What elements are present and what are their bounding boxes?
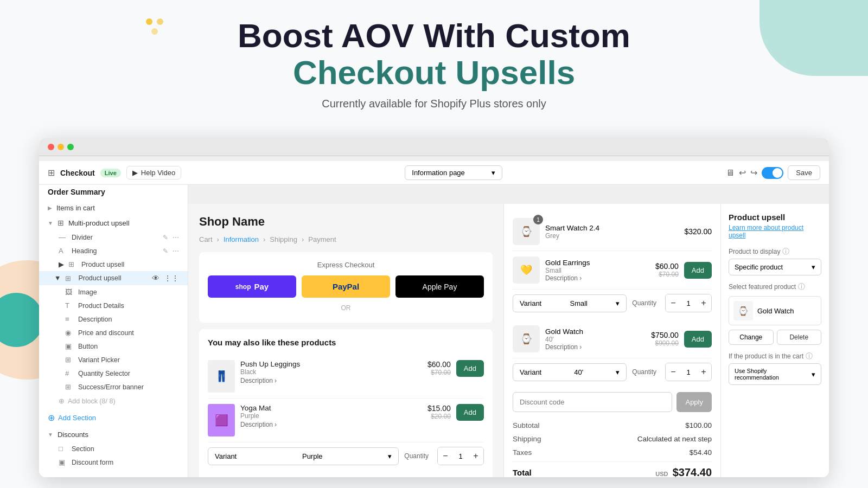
sidebar-sub-divider[interactable]: — Divider ✎ ⋯ (39, 230, 188, 244)
help-video-button[interactable]: ▶ Help Video (126, 166, 181, 179)
learn-more-link[interactable]: Learn more about product upsell (729, 224, 821, 239)
description-icon: ≡ (65, 315, 74, 323)
sidebar-item-discounts[interactable]: ▼ Discounts (39, 427, 188, 442)
page-header: Boost AOV With Custom Checkout Upsells C… (0, 0, 868, 123)
add-button-leggings[interactable]: Add (456, 360, 484, 377)
product-img-leggings: 👖 (208, 360, 235, 393)
order-item-img-smartwatch: ⌚ 1 (513, 218, 540, 245)
delete-featured-button[interactable]: Delete (777, 330, 822, 345)
shoppay-button[interactable]: shop Pay (208, 275, 296, 298)
qty-minus-yoga[interactable]: − (438, 447, 453, 465)
applepay-button[interactable]: Apple Pay (395, 275, 484, 298)
sidebar-sub-product-upsell-parent[interactable]: ▶ ⊞ Product upsell (39, 258, 188, 271)
order-item-price-smartwatch: $320.00 (684, 227, 712, 236)
multi-product-icon: ⊞ (58, 219, 64, 227)
sidebar-block-button[interactable]: ▣ Button (39, 339, 188, 353)
order-add-goldwatch[interactable]: Add (684, 331, 712, 348)
express-checkout-title: Express Checkout (208, 261, 484, 269)
live-badge: Live (100, 169, 121, 177)
sidebar-item-multi-product[interactable]: ▼ ⊞ Multi-product upsell (39, 215, 188, 230)
change-featured-button[interactable]: Change (729, 330, 774, 345)
desc-toggle-leggings[interactable]: Description › (240, 377, 402, 384)
header-line2: Checkout Upsells (0, 54, 868, 91)
breadcrumb-sep3: › (302, 235, 304, 243)
sidebar-sub-section[interactable]: □ Section (39, 442, 188, 455)
shop-name: Shop Name (199, 215, 493, 229)
sidebar-sub-product-upsell-active[interactable]: ▼ ⊞ Product upsell 👁 ⋮⋮ (39, 271, 188, 285)
earrings-desc-toggle[interactable]: Description › (545, 274, 650, 282)
sidebar-sub-discount-form[interactable]: ▣ Discount form (39, 455, 188, 469)
browser-window: ⊞ Checkout Live ▶ Help Video Information… (39, 138, 829, 477)
paypal-label: PayPal (333, 282, 359, 291)
discounts-expand-icon: ▼ (48, 432, 53, 438)
toolbar-center: Information page ▾ (188, 165, 719, 180)
if-in-cart-label: If the product is in the cart ⓘ (729, 351, 821, 361)
add-section-button[interactable]: ⊕ Add Section (39, 408, 188, 427)
product-upsell-parent-icon: ⊞ (68, 260, 77, 268)
goldwatch-desc-toggle[interactable]: Description › (545, 343, 646, 351)
order-item-info-smartwatch: Smart Watch 2.4 Grey (545, 224, 679, 240)
product-info-yoga: Yoga Mat Purple Description › (240, 404, 402, 428)
featured-product-actions: Change Delete (729, 330, 821, 345)
toggle-switch[interactable] (762, 167, 783, 179)
plus-icon-block: ⊕ (59, 397, 65, 405)
paypal-button[interactable]: PayPal (302, 275, 390, 298)
order-qty-plus-earrings[interactable]: + (696, 294, 711, 312)
upsell-section: You may also like these products 👖 Push … (199, 329, 493, 477)
featured-product-name: Gold Watch (757, 307, 816, 315)
featured-product-preview: ⌚ Gold Watch (729, 296, 821, 325)
qty-label-yoga: Quantity (404, 452, 429, 460)
shipping-row: Shipping Calculated at next step (513, 432, 712, 446)
order-totals: Subtotal $100.00 Shipping Calculated at … (513, 419, 712, 477)
sidebar-block-price[interactable]: ◉ Price and discount (39, 326, 188, 339)
select-chevron-icon: ▾ (812, 263, 815, 271)
breadcrumb-cart[interactable]: Cart (199, 235, 213, 243)
undo-icon[interactable]: ↩ (739, 168, 746, 178)
taxes-row: Taxes $54.40 (513, 446, 712, 459)
subtotal-row: Subtotal $100.00 (513, 419, 712, 432)
sidebar-item-items-in-cart[interactable]: ▶ Items in cart (39, 201, 188, 215)
apply-discount-button[interactable]: Apply (676, 392, 712, 412)
heading-icon: A (59, 247, 67, 255)
drag-icon[interactable]: ⋮⋮ (164, 274, 179, 282)
add-block-button[interactable]: ⊕ Add block (8/ 8) (39, 394, 188, 408)
breadcrumb: Cart › Information › Shipping › Payment (199, 235, 493, 243)
breadcrumb-information[interactable]: Information (224, 235, 259, 243)
sidebar-block-variant-picker[interactable]: ⊞ Variant Picker (39, 353, 188, 367)
breadcrumb-payment[interactable]: Payment (308, 235, 336, 243)
page-dropdown[interactable]: Information page ▾ (405, 165, 502, 180)
order-variant-select-goldwatch[interactable]: Variant 40' ▾ (513, 363, 627, 381)
discount-input[interactable] (513, 392, 672, 412)
order-variant-select-earrings[interactable]: Variant Small ▾ (513, 294, 627, 312)
desc-toggle-yoga[interactable]: Description › (240, 421, 402, 428)
sidebar-block-quantity-selector[interactable]: # Quantity Selector (39, 367, 188, 380)
if-in-cart-select[interactable]: Use Shopify recommendation ▾ (729, 363, 821, 385)
qty-plus-yoga[interactable]: + (468, 447, 483, 465)
variant-select-yoga[interactable]: Variant Purple ▾ (208, 447, 399, 465)
order-qty-control-goldwatch: − 1 + (665, 363, 712, 381)
sidebar-block-image[interactable]: 🖼 Image (39, 285, 188, 299)
heading-more-icon: ⋯ (173, 247, 179, 255)
order-add-earrings[interactable]: Add (684, 262, 712, 279)
product-info-leggings: Push Up Leggings Black Description › (240, 360, 402, 384)
featured-info-icon: ⓘ (798, 282, 805, 292)
order-qty-minus-earrings[interactable]: − (666, 294, 681, 312)
add-button-yoga[interactable]: Add (456, 404, 484, 421)
main-content: Shop Name Cart › Information › Shipping … (188, 204, 720, 477)
section-icon: □ (59, 445, 67, 453)
discount-row: Apply (513, 392, 712, 412)
redo-icon[interactable]: ↪ (750, 168, 757, 178)
sidebar-block-product-details[interactable]: T Product Details (39, 299, 188, 312)
product-to-display-select[interactable]: Specific product ▾ (729, 259, 821, 275)
visibility-icon[interactable]: 👁 (152, 274, 159, 282)
total-amount: USD $374.40 (655, 466, 712, 477)
save-button[interactable]: Save (788, 165, 820, 180)
image-icon: 🖼 (65, 288, 74, 296)
order-qty-plus-goldwatch[interactable]: + (696, 363, 711, 381)
plus-icon-section: ⊕ (48, 413, 55, 423)
order-qty-minus-goldwatch[interactable]: − (666, 363, 681, 381)
breadcrumb-shipping[interactable]: Shipping (270, 235, 297, 243)
sidebar-block-success-error[interactable]: ⊞ Success/Error banner (39, 380, 188, 394)
sidebar-sub-heading[interactable]: A Heading ✎ ⋯ (39, 244, 188, 258)
sidebar-block-description[interactable]: ≡ Description (39, 312, 188, 326)
